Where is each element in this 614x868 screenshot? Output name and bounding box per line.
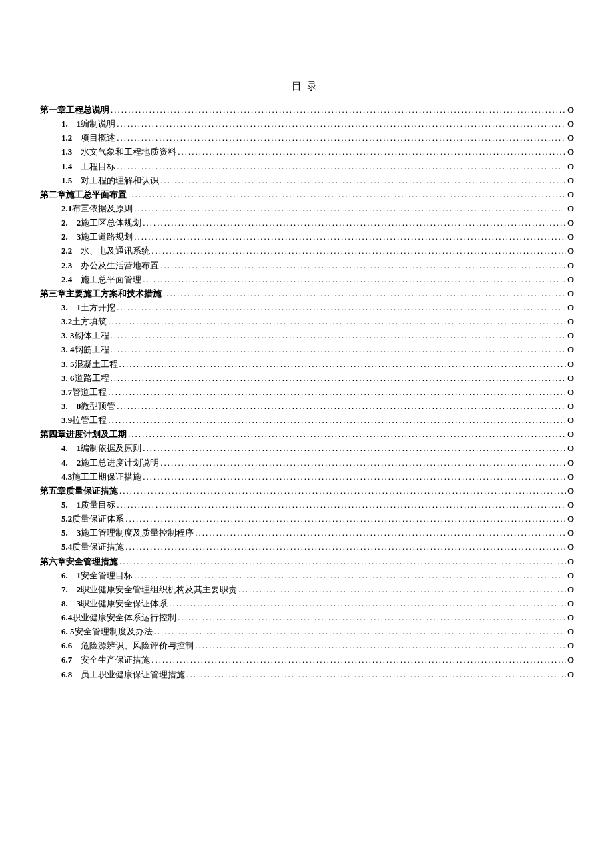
toc-entry[interactable]: 第四章进度计划及工期O — [40, 428, 574, 441]
toc-leader — [119, 358, 566, 371]
toc-entry[interactable]: 第二章施工总平面布置O — [40, 188, 574, 201]
toc-text: 员工职业健康保证管理措施 — [72, 668, 185, 681]
toc-number: 5.4 — [61, 540, 72, 554]
toc-leader — [134, 230, 566, 244]
toc-entry[interactable]: 1.4 工程目标O — [40, 160, 574, 173]
toc-text: 安全管理制度及办法 — [75, 625, 153, 638]
toc-text: 质量保证体系 — [72, 512, 124, 526]
toc-leader — [195, 639, 566, 653]
toc-text: 第二章施工总平面布置 — [40, 188, 127, 201]
toc-entry[interactable]: 3. 8微型顶管O — [40, 400, 574, 413]
toc-text: 拉管工程 — [72, 414, 107, 427]
toc-entry[interactable]: 3. 4钢筋工程O — [40, 343, 574, 356]
toc-entry[interactable]: 1. 1编制说明O — [40, 117, 574, 131]
toc-leader — [178, 611, 566, 624]
toc-number: 1.4 — [61, 160, 72, 173]
toc-text: 砌体工程 — [75, 329, 109, 342]
toc-leader — [160, 456, 566, 470]
toc-page: O — [567, 358, 574, 371]
toc-page: O — [567, 428, 574, 441]
toc-entry[interactable]: 4.3施工工期保证措施O — [40, 470, 574, 484]
toc-leader — [125, 512, 566, 526]
toc-entry[interactable]: 3. 5混凝土工程O — [40, 358, 574, 371]
toc-entry[interactable]: 6. 5安全管理制度及办法O — [40, 625, 574, 638]
toc-entry[interactable]: 3.9拉管工程O — [40, 414, 574, 427]
toc-leader — [119, 555, 566, 568]
toc-entry[interactable]: 3. 3砌体工程O — [40, 329, 574, 342]
toc-entry[interactable]: 3. 1 土方开挖O — [40, 301, 574, 314]
toc-leader — [119, 484, 566, 498]
toc-entry[interactable]: 3.2 土方填筑O — [40, 315, 574, 328]
toc-leader — [134, 569, 566, 582]
toc-number: 6.4 — [61, 611, 72, 624]
toc-container: 第一章工程总说明O1. 1编制说明O1.2 项目概述O1.3 水文气象和工程地质… — [40, 103, 574, 681]
toc-entry[interactable]: 5.4质量保证措施O — [40, 540, 574, 554]
toc-leader — [128, 188, 566, 201]
toc-entry[interactable]: 2.4 施工总平面管理O — [40, 273, 574, 286]
toc-leader — [111, 372, 566, 385]
toc-entry[interactable]: 5. 1质量目标O — [40, 498, 574, 512]
toc-text: 办公及生活营地布置 — [72, 259, 159, 272]
toc-entry[interactable]: 7. 2职业健康安全管理组织机构及其主要职责O — [40, 583, 574, 596]
toc-entry[interactable]: 6.6 危险源辨识、风险评价与控制O — [40, 639, 574, 653]
toc-entry[interactable]: 第六章安全管理措施O — [40, 555, 574, 568]
toc-page: O — [567, 315, 574, 328]
toc-entry[interactable]: 第一章工程总说明O — [40, 103, 574, 117]
toc-entry[interactable]: 6.8 员工职业健康保证管理措施O — [40, 668, 574, 681]
toc-page: O — [567, 512, 574, 526]
toc-entry[interactable]: 2.3 办公及生活营地布置O — [40, 259, 574, 272]
toc-text: 施工区总体规划 — [81, 216, 141, 230]
toc-entry[interactable]: 2. 2施工区总体规划O — [40, 216, 574, 230]
toc-page: O — [567, 244, 574, 258]
toc-entry[interactable]: 3. 6道路工程O — [40, 372, 574, 385]
toc-number: 7. 2 — [61, 583, 81, 596]
toc-text: 危险源辨识、风险评价与控制 — [72, 639, 194, 653]
toc-page: O — [567, 160, 574, 173]
toc-title: 目录 — [40, 80, 574, 93]
toc-page: O — [567, 202, 574, 215]
toc-entry[interactable]: 2. 3施工道路规划O — [40, 230, 574, 244]
toc-entry[interactable]: 4. 2施工总进度计划说明O — [40, 456, 574, 470]
toc-page: O — [567, 555, 574, 568]
toc-page: O — [567, 456, 574, 470]
toc-page: O — [567, 470, 574, 484]
toc-page: O — [567, 639, 574, 653]
toc-text: 第三章主要施工方案和技术措施 — [40, 287, 162, 300]
toc-page: O — [567, 117, 574, 131]
toc-entry[interactable]: 5. 3施工管理制度及质量控制程序O — [40, 526, 574, 540]
toc-page: O — [567, 668, 574, 681]
toc-entry[interactable]: 第三章主要施工方案和技术措施O — [40, 287, 574, 300]
toc-entry[interactable]: 1.2 项目概述O — [40, 131, 574, 145]
toc-text: 项目概述 — [72, 131, 115, 145]
toc-page: O — [567, 583, 574, 596]
toc-entry[interactable]: 2.1布置依据及原则O — [40, 202, 574, 215]
toc-entry[interactable]: 1.3 水文气象和工程地质资料O — [40, 145, 574, 159]
toc-leader — [108, 386, 566, 399]
toc-entry[interactable]: 4. 1编制依据及原则O — [40, 442, 574, 455]
toc-text: 管道工程 — [72, 386, 107, 399]
toc-leader — [111, 343, 566, 356]
toc-number: 2.2 — [61, 244, 72, 258]
toc-entry[interactable]: 6.7 安全生产保证措施O — [40, 653, 574, 667]
toc-text: 施工总平面管理 — [72, 273, 141, 286]
toc-entry[interactable]: 6.4职业健康安全体系运行控制O — [40, 611, 574, 624]
toc-leader — [143, 216, 566, 230]
toc-page: O — [567, 625, 574, 638]
toc-leader — [195, 526, 566, 540]
toc-text: 质量目标 — [81, 498, 115, 512]
toc-page: O — [567, 343, 574, 356]
toc-entry[interactable]: 6. 1安全管理目标O — [40, 569, 574, 582]
toc-leader — [154, 625, 566, 638]
toc-entry[interactable]: 5.2质量保证体系O — [40, 512, 574, 526]
toc-entry[interactable]: 8. 3职业健康安全保证体系O — [40, 597, 574, 610]
toc-entry[interactable]: 1.5 对工程的理解和认识O — [40, 174, 574, 187]
toc-page: O — [567, 611, 574, 624]
toc-number: 1.5 — [61, 174, 72, 187]
toc-entry[interactable]: 2.2 水、电及通讯系统O — [40, 244, 574, 258]
toc-entry[interactable]: 3.7管道工程O — [40, 386, 574, 399]
toc-text: 安全管理目标 — [81, 569, 133, 582]
toc-entry[interactable]: 第五章质量保证措施O — [40, 484, 574, 498]
toc-text: 施工道路规划 — [81, 230, 133, 244]
toc-text: 施工工期保证措施 — [72, 470, 141, 484]
toc-text: 第一章工程总说明 — [40, 103, 109, 117]
